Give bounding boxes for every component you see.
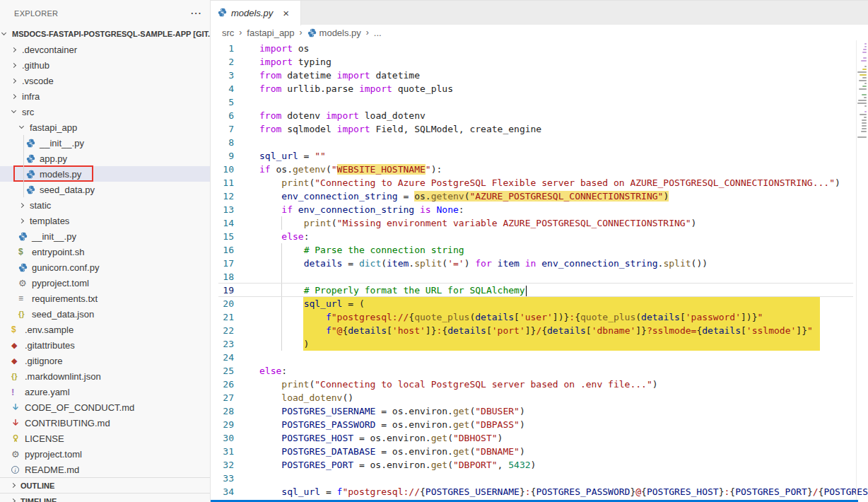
line-content: f"@{details['host']}:{details['port']}/{… xyxy=(244,324,813,337)
tree-item-azure-yaml[interactable]: !azure.yaml xyxy=(0,384,210,399)
tree-item-code-of-conduct-md[interactable]: CODE_OF_CONDUCT.md xyxy=(0,399,210,415)
tree-item-entrypoint-sh[interactable]: $entrypoint.sh xyxy=(0,244,210,259)
code-line-6[interactable]: 6from dotenv import load_dotenv xyxy=(211,109,868,122)
tree-item-contributing-md[interactable]: CONTRIBUTING.md xyxy=(0,415,210,431)
code-line-11[interactable]: 11 print("Connecting to Azure PostgreSQL… xyxy=(211,176,868,189)
tree-item-seed-data-py[interactable]: seed_data.py xyxy=(0,182,210,197)
tree-item-static[interactable]: static xyxy=(0,197,210,213)
code-line-3[interactable]: 3from datetime import datetime xyxy=(211,69,868,82)
code-line-27[interactable]: 27 load_dotenv() xyxy=(211,391,868,404)
line-number: 29 xyxy=(211,418,244,431)
code-line-7[interactable]: 7from sqlmodel import Field, SQLModel, c… xyxy=(211,122,868,136)
tree-item-label: static xyxy=(30,200,51,211)
code-line-30[interactable]: 30 POSTGRES_HOST = os.environ.get("DBHOS… xyxy=(211,431,868,445)
tree-item-infra[interactable]: infra xyxy=(0,88,210,104)
breadcrumb-item-models-py[interactable]: models.py xyxy=(307,28,361,38)
code-line-17[interactable]: 17 details = dict(item.split('=') for it… xyxy=(211,257,868,270)
minimap-line xyxy=(860,74,867,76)
code-line-21[interactable]: 21 f"postgresql://{quote_plus(details['u… xyxy=(211,310,868,324)
code-line-29[interactable]: 29 POSTGRES_PASSWORD = os.environ.get("D… xyxy=(211,418,868,431)
code-line-34[interactable]: 34 sql_url = f"postgresql://{POSTGRES_US… xyxy=(211,485,868,498)
code-line-24[interactable]: 24 xyxy=(211,351,868,364)
breadcrumb-item-src[interactable]: src xyxy=(222,28,234,38)
tree-item-env-sample[interactable]: $.env.sample xyxy=(0,322,210,337)
tree-item-fastapi-app[interactable]: fastapi_app xyxy=(0,119,210,135)
tree-item-gitattributes[interactable]: ◆.gitattributes xyxy=(0,337,210,353)
tree-item-app-py[interactable]: app.py xyxy=(0,151,210,166)
breadcrumb-separator: › xyxy=(300,28,303,37)
minimap-line xyxy=(862,128,867,129)
code-line-15[interactable]: 15 else: xyxy=(211,230,868,243)
tree-item-vscode[interactable]: .vscode xyxy=(0,73,210,88)
tree-item-init-py[interactable]: __init__.py xyxy=(0,228,210,244)
code-line-1[interactable]: 1import os xyxy=(211,42,868,55)
line-number: 12 xyxy=(211,189,244,203)
timeline-section-header[interactable]: TIMELINE xyxy=(0,493,210,502)
env-icon: $ xyxy=(11,325,25,334)
line-number: 34 xyxy=(211,485,244,498)
code-line-25[interactable]: 25else: xyxy=(211,364,868,378)
code-line-28[interactable]: 28 POSTGRES_USERNAME = os.environ.get("D… xyxy=(211,404,868,418)
code-line-5[interactable]: 5 xyxy=(211,95,868,109)
tree-item-models-py[interactable]: models.py xyxy=(0,166,210,182)
code-line-13[interactable]: 13 if env_connection_string is None: xyxy=(211,203,868,216)
code-line-19[interactable]: 19 # Properly format the URL for SQLAlch… xyxy=(211,284,868,297)
code-line-4[interactable]: 4from urllib.parse import quote_plus xyxy=(211,82,868,95)
outline-section-header[interactable]: OUTLINE xyxy=(0,477,210,493)
tree-item-pyproject-toml[interactable]: ⚙pyproject.toml xyxy=(0,275,210,291)
code-line-20[interactable]: 20 sql_url = ( xyxy=(211,297,868,310)
tree-item-templates[interactable]: templates xyxy=(0,213,210,228)
line-content: print("Missing environment variable AZUR… xyxy=(244,216,696,230)
code-line-33[interactable]: 33 xyxy=(211,472,868,485)
code-line-12[interactable]: 12 env_connection_string = os.getenv("AZ… xyxy=(211,189,868,203)
minimap-line xyxy=(864,97,867,98)
code-line-8[interactable]: 8 xyxy=(211,136,868,149)
code-line-2[interactable]: 2import typing xyxy=(211,55,868,69)
gear-icon: ⚙ xyxy=(11,450,25,459)
code-line-10[interactable]: 10if os.getenv("WEBSITE_HOSTNAME"): xyxy=(211,163,868,176)
line-number: 15 xyxy=(211,230,244,243)
line-number: 26 xyxy=(211,378,244,391)
code-line-22[interactable]: 22 f"@{details['host']}:{details['port']… xyxy=(211,324,868,337)
line-content xyxy=(244,351,259,364)
tab-models-py[interactable]: models.py × xyxy=(211,1,301,25)
tree-item-markdownlint-json[interactable]: {}.markdownlint.json xyxy=(0,368,210,384)
tree-item-msdocs-fastapi-postgresql-sample-app-git[interactable]: MSDOCS-FASTAPI-POSTGRESQL-SAMPLE-APP [GI… xyxy=(0,26,210,42)
python-icon xyxy=(18,263,32,272)
tree-item-init-py[interactable]: __init__.py xyxy=(0,135,210,151)
minimap[interactable] xyxy=(856,40,868,502)
tree-item-gunicorn-conf-py[interactable]: gunicorn.conf.py xyxy=(0,259,210,275)
ellipsis-icon[interactable]: ⋯ xyxy=(190,8,201,19)
code-line-26[interactable]: 26 print("Connecting to local PostgreSQL… xyxy=(211,378,868,391)
tree-item-label: src xyxy=(22,107,34,117)
close-icon[interactable]: × xyxy=(283,8,289,18)
code-editor[interactable]: 1import os2import typing3from datetime i… xyxy=(211,40,868,502)
breadcrumb-item-fastapi-app[interactable]: fastapi_app xyxy=(247,28,294,38)
tree-item-gitignore[interactable]: ◆.gitignore xyxy=(0,353,210,368)
breadcrumb-item-more[interactable]: ... xyxy=(374,28,382,38)
code-line-32[interactable]: 32 POSTGRES_PORT = os.environ.get("DBPOR… xyxy=(211,458,868,472)
line-content: sql_url = "" xyxy=(244,149,326,163)
code-line-23[interactable]: 23 ) xyxy=(211,337,868,351)
code-line-16[interactable]: 16 # Parse the connection string xyxy=(211,243,868,257)
tree-item-readme-md[interactable]: iREADME.md xyxy=(0,462,210,477)
line-content: from datetime import datetime xyxy=(244,69,420,82)
tree-item-src[interactable]: src xyxy=(0,104,210,119)
code-line-18[interactable]: 18 xyxy=(211,270,868,284)
line-content: # Parse the connection string xyxy=(244,243,464,257)
tree-item-label: __init__.py xyxy=(40,138,84,148)
code-line-9[interactable]: 9sql_url = "" xyxy=(211,149,868,163)
tree-item-github[interactable]: .github xyxy=(0,57,210,73)
tree-item-label: MSDOCS-FASTAPI-POSTGRESQL-SAMPLE-APP [GI… xyxy=(12,30,210,38)
tree-item-seed-data-json[interactable]: {}seed_data.json xyxy=(0,306,210,322)
tree-item-license[interactable]: LICENSE xyxy=(0,431,210,446)
tree-item-label: infra xyxy=(22,91,40,102)
line-content: print("Connecting to Azure PostgreSQL Fl… xyxy=(244,176,840,189)
tree-item-requirements-txt[interactable]: ≡requirements.txt xyxy=(0,291,210,306)
code-line-14[interactable]: 14 print("Missing environment variable A… xyxy=(211,216,868,230)
file-tree: MSDOCS-FASTAPI-POSTGRESQL-SAMPLE-APP [GI… xyxy=(0,26,210,477)
code-line-31[interactable]: 31 POSTGRES_DATABASE = os.environ.get("D… xyxy=(211,445,868,458)
line-number: 18 xyxy=(211,270,244,284)
tree-item-pyproject-toml[interactable]: ⚙pyproject.toml xyxy=(0,446,210,462)
tree-item-devcontainer[interactable]: .devcontainer xyxy=(0,42,210,57)
